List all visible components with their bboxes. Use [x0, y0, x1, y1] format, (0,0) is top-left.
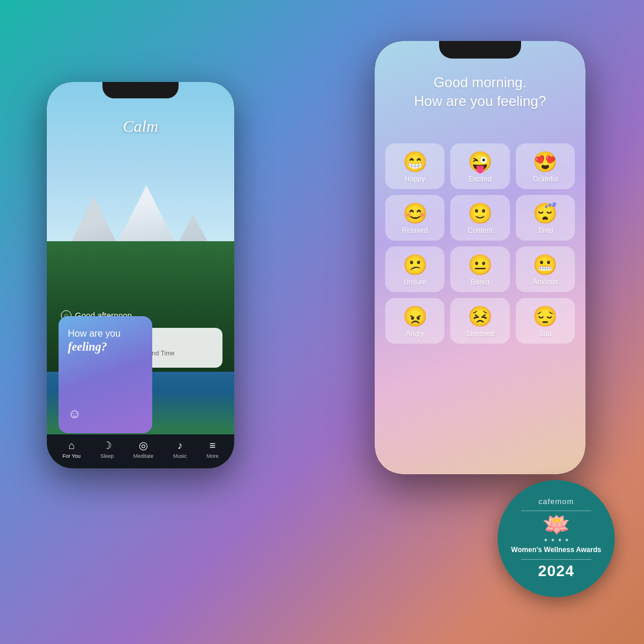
grateful-emoji: 😍 [533, 152, 557, 172]
home-icon: ⌂ [68, 440, 75, 452]
badge-divider-top [521, 511, 591, 511]
bottom-navigation: ⌂ For You ☽ Sleep ◎ Meditate ♪ Music ≡ [47, 434, 234, 468]
happy-label: Happy [405, 175, 425, 183]
tired-emoji: 😴 [533, 203, 557, 223]
angry-emoji: 😠 [403, 306, 427, 326]
sad-label: Sad [539, 330, 551, 338]
award-text: Women's Wellness Awards [502, 546, 611, 555]
meditate-icon: ◎ [139, 439, 148, 452]
feeling-card[interactable]: How are you feeling? ☺ [59, 316, 152, 433]
calm-logo: Calm [123, 117, 159, 136]
notch-right [439, 41, 521, 59]
sad-emoji: 😔 [533, 306, 557, 326]
mood-bored[interactable]: 😐 Bored [450, 246, 509, 292]
stressed-label: Stressed [466, 330, 494, 338]
mood-angry[interactable]: 😠 Angry [385, 298, 444, 344]
angry-label: Angry [406, 330, 424, 338]
mood-grateful[interactable]: 😍 Grateful [516, 143, 575, 189]
nav-sleep[interactable]: ☽ Sleep [100, 439, 114, 459]
moon-icon: ☽ [102, 439, 112, 452]
smiley-bottom-icon: ☺ [68, 406, 81, 422]
nav-more[interactable]: ≡ More [207, 440, 219, 459]
main-scene: Calm ☺ Good afternoon Daily Calm Feb 6 ·… [12, 12, 632, 632]
anxious-emoji: 😬 [533, 255, 557, 275]
content-emoji: 🙂 [468, 203, 492, 223]
anxious-label: Anxious [533, 278, 558, 286]
nav-meditate[interactable]: ◎ Meditate [133, 439, 154, 459]
unsure-label: Unsure [403, 278, 426, 286]
mood-unsure[interactable]: 😕 Unsure [385, 246, 444, 292]
stressed-emoji: 😣 [468, 306, 492, 326]
relaxed-emoji: 😊 [403, 203, 427, 223]
stars-row: ✦✦✦✦ [543, 537, 569, 543]
cafemom-badge: cafemom 🪷 ✦✦✦✦ Women's Wellness Awards 2… [498, 480, 615, 597]
happy-emoji: 😁 [403, 152, 427, 172]
cafemom-brand: cafemom [539, 497, 574, 506]
mood-anxious[interactable]: 😬 Anxious [516, 246, 575, 292]
relaxed-label: Relaxed [402, 227, 428, 235]
bored-label: Bored [471, 278, 489, 286]
grateful-label: Grateful [533, 175, 558, 183]
feeling-cursive: feeling? [68, 340, 121, 354]
badge-divider-bottom [521, 559, 591, 560]
mood-stressed[interactable]: 😣 Stressed [450, 298, 509, 344]
mood-excited[interactable]: 😜 Excited [450, 143, 509, 189]
nav-music[interactable]: ♪ Music [173, 440, 187, 459]
how-text: How are you [68, 328, 121, 340]
tired-label: Tired [537, 227, 553, 235]
music-icon: ♪ [177, 440, 183, 452]
phone-left: Calm ☺ Good afternoon Daily Calm Feb 6 ·… [47, 82, 234, 468]
mood-content[interactable]: 🙂 Content [450, 195, 509, 241]
more-icon: ≡ [210, 440, 216, 452]
morning-greeting: Good morning. How are you feeling? [375, 73, 585, 111]
unsure-emoji: 😕 [403, 255, 427, 275]
excited-label: Excited [468, 175, 491, 183]
excited-emoji: 😜 [468, 152, 492, 172]
phone-right: Good morning. How are you feeling? 😁 Hap… [375, 41, 585, 474]
mood-sad[interactable]: 😔 Sad [516, 298, 575, 344]
nav-for-you[interactable]: ⌂ For You [63, 440, 81, 459]
bored-emoji: 😐 [468, 255, 492, 275]
mood-grid: 😁 Happy 😜 Excited 😍 Grateful 😊 Relaxed [385, 143, 575, 344]
mood-relaxed[interactable]: 😊 Relaxed [385, 195, 444, 241]
lotus-icon: 🪷 [543, 513, 570, 536]
mood-tired[interactable]: 😴 Tired [516, 195, 575, 241]
content-label: Content [468, 227, 492, 235]
mood-happy[interactable]: 😁 Happy [385, 143, 444, 189]
award-year: 2024 [538, 562, 574, 580]
notch-left [102, 82, 179, 98]
